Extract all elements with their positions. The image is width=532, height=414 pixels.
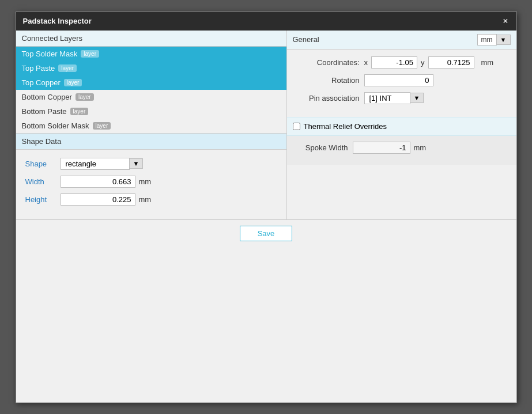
unit-dropdown-button[interactable]: ▼ — [497, 35, 511, 45]
pin-association-group: [1] INT ▼ — [364, 92, 424, 104]
layer-name: Top Solder Mask — [22, 50, 78, 58]
spoke-width-label: Spoke Width — [296, 143, 348, 152]
general-title: General — [293, 35, 319, 44]
shape-data-body: Shape rectangle ▼ Width mm He — [16, 150, 286, 219]
thermal-relief-checkbox[interactable] — [293, 123, 300, 130]
thermal-body: Spoke Width mm — [287, 136, 516, 165]
main-content: Connected Layers Top Solder Mask layer T… — [16, 31, 516, 219]
dialog-body: Connected Layers Top Solder Mask layer T… — [16, 31, 516, 247]
thermal-relief-section: Thermal Relief Overrides Spoke Width mm — [287, 117, 516, 165]
layer-item-bottom-paste[interactable]: Bottom Paste layer — [16, 104, 286, 119]
dialog-title: Padstack Inspector — [23, 17, 92, 25]
padstack-inspector-dialog: Padstack Inspector × Connected Layers To… — [16, 12, 517, 403]
layer-item-bottom-solder-mask[interactable]: Bottom Solder Mask layer — [16, 119, 286, 133]
general-section: Coordinates: x y mm Rotation — [287, 50, 516, 117]
width-unit: mm — [139, 177, 152, 186]
x-label: x — [364, 58, 368, 67]
x-input[interactable] — [371, 56, 417, 69]
height-input[interactable] — [61, 193, 135, 206]
spoke-width-row: Spoke Width mm — [296, 142, 507, 154]
shape-select-wrapper: rectangle ▼ — [61, 158, 144, 170]
right-panel: General mm ▼ Coordinates: x y — [287, 31, 516, 219]
shape-select-value: rectangle — [61, 158, 130, 170]
shape-data-title: Shape Data — [22, 137, 62, 146]
thermal-relief-title: Thermal Relief Overrides — [304, 122, 387, 131]
layer-badge: layer — [93, 122, 111, 130]
y-label: y — [421, 58, 425, 67]
layer-name: Top Copper — [22, 78, 61, 87]
layer-item-top-copper[interactable]: Top Copper layer — [16, 75, 286, 90]
coordinates-label: Coordinates: — [296, 58, 360, 67]
shape-row: Shape rectangle ▼ — [25, 158, 277, 170]
layer-item-top-solder-mask[interactable]: Top Solder Mask layer — [16, 47, 286, 61]
height-row: Height mm — [25, 193, 277, 206]
layer-badge: layer — [81, 50, 99, 58]
layer-list: Top Solder Mask layer Top Paste layer To… — [16, 47, 286, 133]
layer-name: Bottom Copper — [22, 93, 72, 101]
rotation-label: Rotation — [296, 76, 360, 85]
layer-item-top-paste[interactable]: Top Paste layer — [16, 61, 286, 75]
layer-name: Bottom Solder Mask — [22, 121, 89, 130]
rotation-row: Rotation — [296, 74, 507, 86]
pin-association-value: [1] INT — [364, 92, 410, 104]
layer-item-bottom-copper[interactable]: Bottom Copper layer — [16, 90, 286, 104]
y-input[interactable] — [428, 56, 474, 69]
left-panel: Connected Layers Top Solder Mask layer T… — [16, 31, 287, 219]
close-button[interactable]: × — [501, 17, 509, 26]
width-row: Width mm — [25, 176, 277, 188]
layer-badge: layer — [76, 93, 94, 101]
layer-badge: layer — [70, 108, 89, 115]
footer: Save — [16, 219, 516, 247]
thermal-header: Thermal Relief Overrides — [287, 117, 516, 136]
coord-unit: mm — [481, 58, 494, 67]
unit-value: mm — [477, 34, 497, 45]
layer-badge: layer — [64, 79, 82, 86]
rotation-input[interactable] — [364, 74, 433, 86]
layer-badge: layer — [58, 64, 77, 72]
unit-select-group: mm ▼ — [477, 34, 511, 45]
connected-layers-header: Connected Layers — [16, 31, 286, 47]
title-bar: Padstack Inspector × — [16, 12, 516, 31]
shape-dropdown-button[interactable]: ▼ — [130, 158, 144, 169]
pin-association-row: Pin association [1] INT ▼ — [296, 92, 507, 104]
shape-label: Shape — [25, 159, 57, 168]
spoke-width-unit: mm — [414, 143, 427, 152]
shape-data-section: Shape Data Shape rectangle ▼ Width — [16, 133, 286, 219]
coord-group: x y mm — [364, 56, 494, 69]
layer-name: Bottom Paste — [22, 107, 67, 116]
width-input[interactable] — [61, 176, 135, 188]
shape-data-header: Shape Data — [16, 133, 286, 150]
save-button[interactable]: Save — [240, 226, 293, 241]
layer-name: Top Paste — [22, 64, 55, 73]
connected-layers-title: Connected Layers — [22, 34, 83, 43]
pin-association-dropdown-button[interactable]: ▼ — [410, 93, 424, 103]
spoke-width-input[interactable] — [353, 142, 410, 154]
width-label: Width — [25, 177, 57, 186]
pin-association-label: Pin association — [296, 94, 360, 102]
general-header: General mm ▼ — [287, 31, 516, 50]
height-unit: mm — [139, 195, 152, 204]
coordinates-row: Coordinates: x y mm — [296, 56, 507, 69]
height-label: Height — [25, 195, 57, 204]
